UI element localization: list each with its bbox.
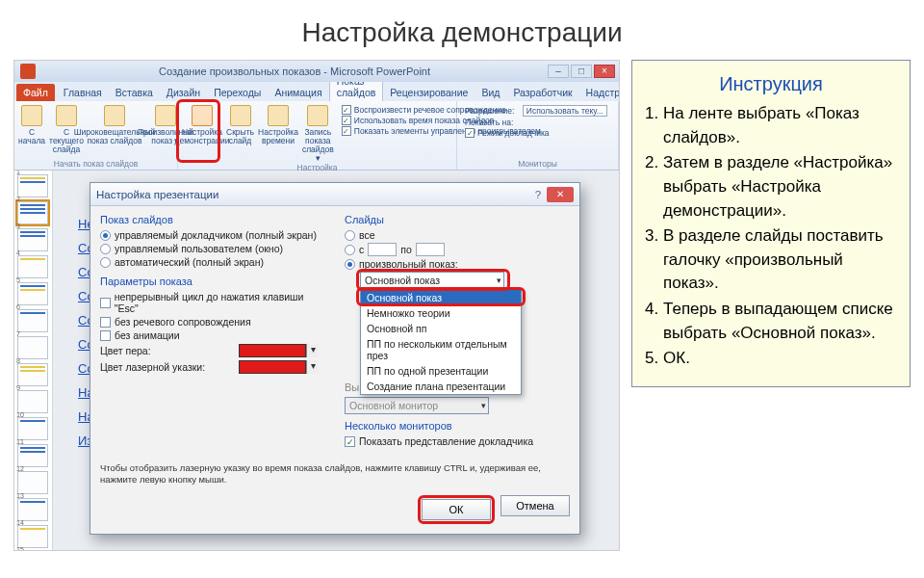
instruction-panel: Инструкция На ленте выбрать «Показ слайд…	[631, 60, 911, 387]
ribbon-tabs: Файл Главная Вставка Дизайн Переходы Ани…	[14, 82, 619, 101]
dropdown-list[interactable]: Основной показ Немножко теории Основной …	[360, 289, 522, 395]
tab-view[interactable]: Вид	[475, 84, 506, 101]
to-field[interactable]	[416, 243, 445, 256]
thumb-1[interactable]: 1	[17, 174, 48, 197]
dd-option-plan[interactable]: Создание плана презентации	[361, 379, 521, 394]
powerpoint-icon	[20, 64, 36, 79]
powerpoint-window: Создание произвольных показов - Microsof…	[13, 60, 620, 551]
check-presenter-view[interactable]: ✓Показать представление докладчика	[345, 435, 570, 447]
show-type-label: Показ слайдов	[100, 214, 325, 225]
resolution-row[interactable]: Разрешение: Использовать теку...	[465, 105, 610, 117]
instruction-step-1: На ленте выбрать «Показ слайдов».	[663, 102, 896, 149]
custom-show-dropdown[interactable]: Основной показ	[360, 272, 504, 289]
page-title: Настройка демонстрации	[0, 0, 924, 60]
radio-user-window[interactable]: управляемый пользователем (окно)	[100, 243, 325, 254]
tab-home[interactable]: Главная	[57, 84, 109, 101]
thumb-7[interactable]: 7	[17, 336, 48, 359]
thumb-3[interactable]: 3	[17, 228, 48, 251]
ok-highlight: ОК	[418, 495, 495, 524]
thumb-14[interactable]: 14	[17, 525, 48, 548]
dd-option-several[interactable]: ПП по нескольким отдельным през	[361, 336, 521, 363]
radio-custom-show[interactable]: произвольный показ:	[345, 258, 570, 270]
dd-option-single[interactable]: ПП по одной презентации	[361, 363, 521, 379]
setup-show-button[interactable]: Настройка демонстрации	[182, 103, 222, 163]
thumb-10[interactable]: 10	[17, 417, 48, 440]
from-field[interactable]	[368, 243, 397, 256]
close-button[interactable]: ×	[594, 65, 615, 78]
dd-option-main[interactable]: Основной показ	[361, 290, 521, 305]
pen-color-row[interactable]: Цвет пера:	[100, 344, 325, 357]
dd-option-mainpp[interactable]: Основной пп	[361, 321, 521, 336]
instruction-step-5: ОК.	[663, 347, 896, 371]
instruction-step-3: В разделе слайды поставить галочку «прои…	[663, 224, 896, 296]
rehearse-button[interactable]: Настройка времени	[258, 103, 298, 163]
tab-file[interactable]: Файл	[16, 84, 55, 101]
tab-design[interactable]: Дизайн	[160, 84, 207, 101]
broadcast-button[interactable]: Широковещательный показ слайдов	[88, 103, 141, 154]
dialog-title: Настройка презентации	[96, 189, 218, 200]
check-no-narration[interactable]: без речевого сопровождения	[100, 316, 325, 328]
laser-color-row[interactable]: Цвет лазерной указки:	[100, 360, 325, 374]
instruction-step-2: Затем в разделе «Настройка» выбрать «Нас…	[663, 151, 896, 223]
check-loop[interactable]: непрерывный цикл до нажатия клавиши "Esc…	[100, 291, 325, 314]
thumb-9[interactable]: 9	[17, 390, 48, 413]
dd-option-theory[interactable]: Немножко теории	[361, 305, 521, 321]
radio-all-slides[interactable]: все	[345, 229, 570, 241]
instruction-title: Инструкция	[646, 70, 896, 98]
tab-developer[interactable]: Разработчик	[506, 84, 578, 101]
slides-label: Слайды	[345, 214, 570, 225]
monitor-dropdown: Основной монитор	[345, 397, 489, 414]
minimize-button[interactable]: –	[548, 65, 569, 78]
ok-button[interactable]: ОК	[422, 499, 491, 520]
ribbon-body: С начала С текущего слайда Широковещател…	[14, 101, 619, 171]
group-monitors-label: Мониторы	[461, 159, 614, 169]
thumb-4[interactable]: 4	[17, 255, 48, 278]
laser-hint: Чтобы отобразить лазерную указку во врем…	[90, 457, 579, 489]
thumb-12[interactable]: 12	[17, 471, 48, 494]
radio-presenter-full[interactable]: управляемый докладчиком (полный экран)	[100, 229, 325, 241]
thumb-11[interactable]: 11	[17, 444, 48, 467]
group-start-label: Начать показ слайдов	[18, 159, 173, 169]
tab-insert[interactable]: Вставка	[109, 84, 160, 101]
window-titlebar: Создание произвольных показов - Microsof…	[14, 61, 619, 82]
show-options-label: Параметры показа	[100, 276, 325, 287]
thumb-2[interactable]: 2	[17, 201, 48, 224]
laser-color-swatch[interactable]	[239, 360, 306, 374]
instruction-step-4: Теперь в выпадающем списке выбрать «Осно…	[663, 298, 896, 345]
dialog-titlebar: Настройка презентации ? ✕	[90, 183, 579, 206]
thumb-5[interactable]: 5	[17, 282, 48, 305]
thumb-13[interactable]: 13	[17, 498, 48, 521]
tab-review[interactable]: Рецензирование	[383, 84, 475, 101]
radio-from-to[interactable]: с по	[345, 243, 570, 256]
window-title: Создание произвольных показов - Microsof…	[41, 66, 548, 77]
tab-animations[interactable]: Анимация	[268, 84, 328, 101]
tab-addins[interactable]: Надстройки	[579, 84, 620, 101]
thumb-8[interactable]: 8	[17, 363, 48, 386]
from-beginning-button[interactable]: С начала	[18, 103, 45, 154]
check-no-animation[interactable]: без анимации	[100, 329, 325, 341]
record-button[interactable]: Запись показа слайдов ▾	[302, 103, 334, 163]
cancel-button[interactable]: Отмена	[500, 495, 570, 516]
hide-slide-button[interactable]: Скрыть слайд	[226, 103, 254, 163]
presenter-mode-check[interactable]: ✓Режим докладчика	[465, 128, 610, 138]
setup-dialog: Настройка презентации ? ✕ Показ слайдов …	[90, 182, 580, 535]
dialog-close-button[interactable]: ✕	[547, 187, 574, 202]
pen-color-swatch[interactable]	[239, 344, 306, 357]
maximize-button[interactable]: □	[571, 65, 592, 78]
tab-transitions[interactable]: Переходы	[207, 84, 268, 101]
radio-kiosk-full[interactable]: автоматический (полный экран)	[100, 256, 325, 268]
instruction-list: На ленте выбрать «Показ слайдов». Затем …	[646, 102, 896, 371]
thumb-6[interactable]: 6	[17, 309, 48, 332]
show-on-row: Показать на:	[465, 118, 610, 127]
multi-monitors-label: Несколько мониторов	[345, 420, 570, 432]
thumbnail-panel[interactable]: 1 2 3 4 5 6 7 8 9 10 11 12 13 14 15	[14, 171, 53, 550]
